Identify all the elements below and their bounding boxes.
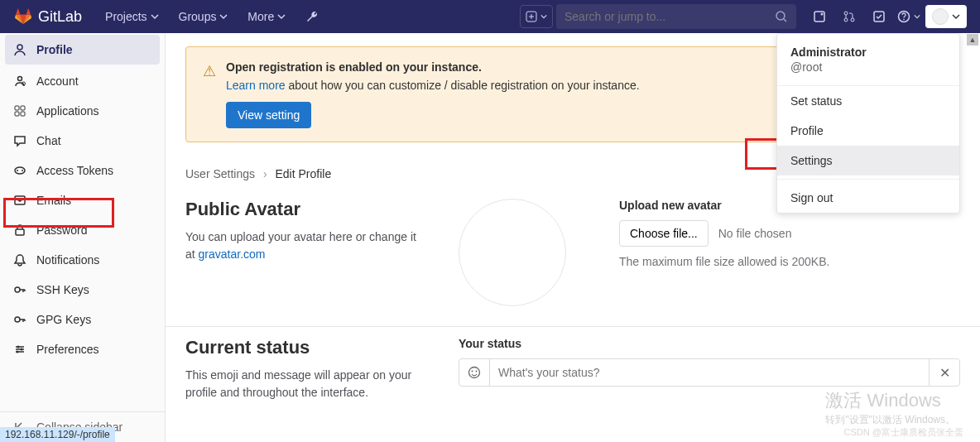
tanuki-icon (13, 7, 33, 26)
help-button[interactable] (896, 5, 922, 28)
choose-file-button[interactable]: Choose file... (619, 220, 709, 247)
your-status-label: Your status (459, 337, 960, 350)
sidebar-item-label: Chat (36, 134, 61, 147)
status-section: Current status This emoji and message wi… (166, 327, 980, 421)
dropdown-profile[interactable]: Profile (777, 116, 959, 146)
sidebar-item-label: Emails (36, 194, 71, 207)
sidebar-item-label: Access Tokens (36, 164, 113, 177)
sidebar-item-label: Profile (36, 43, 73, 56)
sidebar-item-chat[interactable]: Chat (0, 126, 165, 156)
svg-point-5 (844, 18, 848, 22)
chevron-down-icon (540, 13, 547, 20)
sidebar-item-label: Applications (36, 104, 99, 118)
smiley-icon (468, 366, 481, 379)
chevron-down-icon (277, 12, 286, 21)
emoji-picker-button[interactable] (459, 358, 490, 387)
plus-square-icon (526, 11, 537, 22)
svg-point-1 (776, 12, 785, 20)
ssh-keys-icon (13, 283, 26, 296)
no-file-text: No file chosen (718, 227, 792, 240)
dropdown-handle: @root (790, 60, 946, 74)
svg-point-22 (15, 287, 20, 292)
dropdown-set-status[interactable]: Set status (777, 86, 959, 116)
svg-point-29 (476, 371, 478, 372)
sidebar-item-account[interactable]: Account (0, 66, 165, 96)
chat-icon (13, 134, 26, 147)
view-setting-button[interactable]: View setting (226, 102, 311, 128)
applications-icon (13, 104, 26, 118)
svg-point-18 (17, 170, 18, 171)
sidebar-item-access-tokens[interactable]: Access Tokens (0, 156, 165, 185)
issues-button[interactable] (806, 5, 833, 28)
section-desc: You can upload your avatar here or chang… (185, 228, 425, 263)
dropdown-settings[interactable]: Settings (777, 146, 959, 175)
nav-groups[interactable]: Groups (169, 0, 238, 33)
status-input[interactable] (490, 358, 929, 387)
svg-rect-16 (21, 112, 25, 116)
todo-icon (872, 10, 886, 23)
svg-point-11 (18, 77, 22, 81)
sidebar-item-ssh-keys[interactable]: SSH Keys (0, 275, 165, 305)
access-tokens-icon (13, 164, 26, 177)
svg-point-4 (844, 12, 848, 15)
status-url: 192.168.11.129/-/profile (0, 427, 115, 442)
notifications-icon (13, 253, 26, 267)
learn-more-link[interactable]: Learn more (226, 79, 286, 92)
sidebar-item-label: Password (36, 223, 87, 237)
sidebar-item-preferences[interactable]: Preferences (0, 334, 165, 364)
search-box[interactable] (556, 4, 796, 29)
warning-icon: ⚠ (203, 62, 216, 80)
sidebar-item-emails[interactable]: Emails (0, 185, 165, 215)
nav-more[interactable]: More (238, 0, 295, 33)
search-input[interactable] (564, 10, 775, 23)
breadcrumb-current: Edit Profile (276, 167, 332, 180)
wrench-icon (305, 10, 319, 23)
merge-requests-button[interactable] (836, 5, 862, 28)
gpg-keys-icon (13, 313, 26, 326)
sidebar-item-profile[interactable]: Profile (5, 35, 160, 65)
password-icon (13, 223, 26, 237)
chevron-down-icon (914, 13, 920, 20)
admin-wrench[interactable] (295, 0, 329, 33)
sidebar-item-label: Preferences (36, 343, 98, 356)
clear-status-button[interactable]: ✕ (929, 358, 960, 387)
merge-request-icon (843, 10, 856, 23)
gitlab-logo[interactable]: GitLab (13, 7, 82, 26)
svg-point-19 (22, 170, 23, 171)
top-navbar: GitLab Projects Groups More (0, 0, 980, 33)
sidebar-item-applications[interactable]: Applications (0, 96, 165, 126)
chevron-down-icon (151, 12, 159, 21)
svg-rect-14 (21, 106, 25, 110)
section-heading: Current status (185, 337, 425, 358)
svg-rect-20 (15, 196, 25, 204)
account-icon (13, 74, 26, 88)
chevron-down-icon (952, 12, 960, 21)
svg-point-6 (851, 18, 854, 22)
sidebar-item-password[interactable]: Password (0, 215, 165, 245)
issues-icon (813, 10, 826, 23)
svg-rect-2 (814, 12, 824, 22)
svg-point-10 (17, 45, 22, 50)
user-menu-button[interactable] (925, 5, 967, 28)
sidebar-item-gpg-keys[interactable]: GPG Keys (0, 305, 165, 334)
brand-text: GitLab (38, 8, 82, 26)
svg-point-9 (903, 19, 905, 21)
svg-point-23 (15, 317, 20, 322)
svg-point-25 (21, 348, 23, 351)
svg-rect-13 (15, 106, 19, 110)
user-dropdown: Administrator @root Set status Profile S… (776, 33, 960, 214)
chevron-down-icon (219, 12, 228, 21)
sidebar-item-label: SSH Keys (36, 283, 89, 296)
dropdown-sign-out[interactable]: Sign out (777, 183, 959, 213)
new-menu-button[interactable] (520, 5, 553, 28)
sidebar: ProfileAccountApplicationsChatAccess Tok… (0, 33, 166, 442)
sidebar-item-label: Notifications (36, 253, 99, 267)
main-content: ⚠ Open registration is enabled on your i… (166, 33, 980, 442)
max-size-text: The maximum file size allowed is 200KB. (619, 255, 960, 268)
sidebar-item-notifications[interactable]: Notifications (0, 245, 165, 275)
nav-projects[interactable]: Projects (95, 0, 168, 33)
todos-button[interactable] (866, 5, 892, 28)
gravatar-link[interactable]: gravatar.com (199, 247, 266, 261)
breadcrumb-parent[interactable]: User Settings (185, 167, 255, 180)
svg-point-28 (472, 371, 473, 372)
